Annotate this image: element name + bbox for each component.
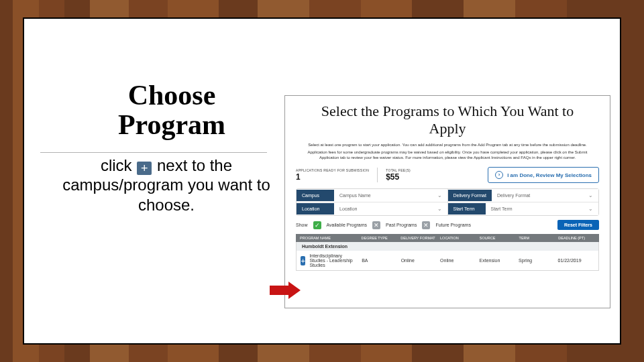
cell-program-name: Interdisciplinary Studies - Leadership S… bbox=[309, 253, 359, 267]
show-label: Show bbox=[296, 223, 308, 227]
summary-row: APPLICATIONS READY FOR SUBMISSION 1 TOTA… bbox=[296, 167, 599, 183]
stat-fees: TOTAL FEE(S) $55 bbox=[386, 168, 411, 182]
divider bbox=[377, 168, 378, 182]
filter-campus-value: Campus Name bbox=[339, 193, 371, 198]
screenshot-heading: Select the Programs to Which You Want to… bbox=[285, 96, 610, 142]
slide-card: Choose Program click + next to the campu… bbox=[23, 17, 621, 345]
subtitle-post: next to the campus/program you want to c… bbox=[62, 156, 270, 214]
slide-subtitle: click + next to the campus/program you w… bbox=[59, 156, 274, 215]
chevron-down-icon: ⌄ bbox=[588, 206, 593, 212]
filter-startterm-value: Start Term bbox=[491, 206, 513, 211]
checkbox-past[interactable]: ✕ bbox=[372, 221, 380, 229]
done-review-label: I am Done, Review My Selections bbox=[507, 172, 592, 178]
screenshot-paragraph-1: Select at least one program to start you… bbox=[285, 142, 610, 147]
filter-delivery-value: Delivery Format bbox=[497, 193, 530, 198]
table-row: + Interdisciplinary Studies - Leadership… bbox=[296, 251, 599, 271]
plus-icon: + bbox=[137, 162, 152, 175]
filter-delivery-label: Delivery Format bbox=[448, 190, 492, 201]
th-program-name: PROGRAM NAME bbox=[300, 236, 359, 240]
slide-stage: Choose Program click + next to the campu… bbox=[0, 0, 644, 362]
cell-deadline: 01/22/2019 bbox=[558, 258, 594, 263]
th-location: LOCATION bbox=[440, 236, 477, 240]
reset-filters-button[interactable]: Reset Filters bbox=[557, 220, 599, 230]
th-term: TERM bbox=[519, 236, 556, 240]
th-degree-type: DEGREE TYPE bbox=[362, 236, 398, 240]
subtitle-pre: click bbox=[101, 156, 136, 174]
checkbox-available[interactable]: ✓ bbox=[313, 221, 321, 229]
filter-campus-label: Campus bbox=[297, 190, 334, 201]
stat-applications: APPLICATIONS READY FOR SUBMISSION 1 bbox=[296, 168, 369, 182]
show-future: Future Programs bbox=[435, 223, 471, 227]
filter-delivery-select[interactable]: Delivery Format ⌄ bbox=[492, 189, 598, 202]
filter-startterm-label: Start Term bbox=[448, 203, 486, 215]
embedded-screenshot: Select the Programs to Which You Want to… bbox=[284, 95, 610, 308]
filter-location-select[interactable]: Location ⌄ bbox=[334, 202, 447, 215]
show-available: Available Programs bbox=[327, 223, 368, 227]
cell-term: Spring bbox=[519, 258, 555, 263]
cell-degree: BA bbox=[362, 258, 398, 263]
callout-arrow-icon bbox=[270, 282, 303, 299]
chevron-down-icon: ⌄ bbox=[588, 192, 593, 198]
cell-format: Online bbox=[401, 258, 437, 263]
stat-applications-value: 1 bbox=[296, 172, 369, 182]
slide-title: Choose Program bbox=[78, 80, 266, 139]
filter-location-value: Location bbox=[339, 206, 357, 211]
chevron-down-icon: ⌄ bbox=[437, 192, 442, 198]
screenshot-paragraph-2: Application fees for some undergraduate … bbox=[285, 149, 610, 160]
filter-startterm-select[interactable]: Start Term ⌄ bbox=[486, 202, 599, 215]
table-section: Humboldt Extension bbox=[296, 242, 599, 251]
divider bbox=[40, 152, 267, 153]
arrow-circle-icon: › bbox=[495, 171, 503, 179]
stat-fees-value: $55 bbox=[386, 172, 411, 182]
checkbox-future[interactable]: ✕ bbox=[422, 221, 430, 229]
cell-source: Extension bbox=[480, 258, 516, 263]
th-source: SOURCE bbox=[480, 236, 517, 240]
th-delivery-format: DELIVERY FORMAT bbox=[400, 236, 437, 240]
th-deadline: DEADLINE (PT) bbox=[558, 236, 595, 240]
add-program-button[interactable]: + bbox=[301, 256, 305, 265]
cell-location: Online bbox=[440, 258, 476, 263]
show-row: Show ✓ Available Programs ✕ Past Program… bbox=[296, 220, 599, 230]
table-header: PROGRAM NAME DEGREE TYPE DELIVERY FORMAT… bbox=[296, 234, 599, 242]
chevron-down-icon: ⌄ bbox=[437, 206, 442, 212]
done-review-button[interactable]: › I am Done, Review My Selections bbox=[488, 167, 599, 183]
filter-location-label: Location bbox=[297, 203, 334, 215]
show-past: Past Programs bbox=[386, 223, 417, 227]
filter-panel: Campus Campus Name ⌄ Delivery Format Del… bbox=[296, 188, 599, 216]
filter-campus-select[interactable]: Campus Name ⌄ bbox=[334, 189, 447, 202]
